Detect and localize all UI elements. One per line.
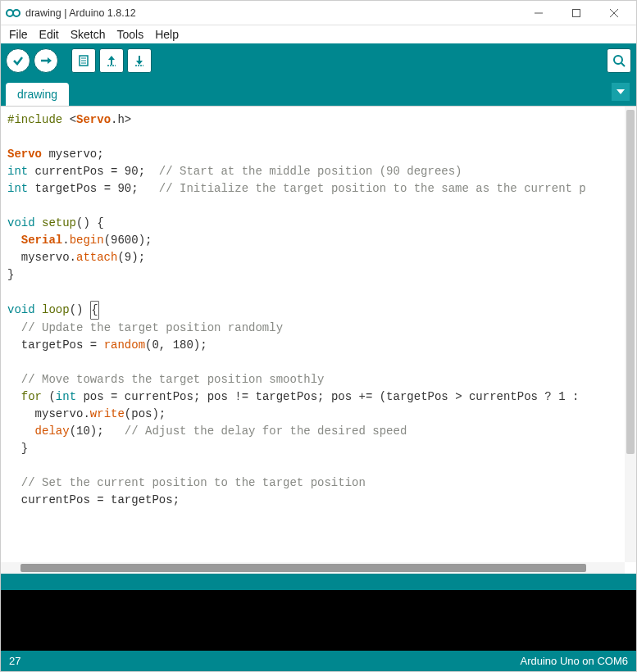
menu-bar: File Edit Sketch Tools Help bbox=[1, 25, 636, 43]
console-output[interactable] bbox=[1, 590, 636, 651]
window-controls bbox=[520, 1, 633, 25]
upload-button[interactable] bbox=[34, 48, 58, 73]
save-button[interactable] bbox=[127, 48, 152, 73]
tab-menu-button[interactable] bbox=[612, 83, 630, 101]
tab-drawing[interactable]: drawing bbox=[6, 83, 69, 106]
vertical-scrollbar[interactable] bbox=[625, 107, 636, 562]
menu-tools[interactable]: Tools bbox=[112, 27, 149, 42]
window-titlebar: drawing | Arduino 1.8.12 bbox=[1, 1, 636, 25]
close-button[interactable] bbox=[595, 1, 633, 25]
message-bar bbox=[1, 574, 636, 590]
svg-marker-13 bbox=[108, 56, 115, 60]
maximize-button[interactable] bbox=[557, 1, 595, 25]
svg-marker-16 bbox=[136, 61, 143, 65]
status-bar: 27 Arduino Uno on COM6 bbox=[1, 651, 636, 671]
tab-strip: drawing bbox=[1, 78, 636, 106]
open-button[interactable] bbox=[99, 48, 124, 73]
verify-button[interactable] bbox=[6, 48, 30, 73]
new-button[interactable] bbox=[71, 48, 96, 73]
serial-monitor-button[interactable] bbox=[607, 48, 631, 73]
code-editor[interactable]: #include <Servo.h> Servo myservo; int cu… bbox=[1, 106, 636, 574]
menu-edit[interactable]: Edit bbox=[34, 27, 64, 42]
svg-marker-20 bbox=[617, 89, 625, 94]
scroll-thumb[interactable] bbox=[20, 564, 586, 572]
menu-help[interactable]: Help bbox=[150, 27, 184, 42]
svg-line-19 bbox=[621, 63, 625, 66]
svg-point-0 bbox=[7, 10, 13, 16]
scroll-thumb[interactable] bbox=[626, 110, 635, 454]
toolbar bbox=[1, 43, 636, 78]
arduino-icon bbox=[6, 6, 20, 20]
svg-marker-7 bbox=[48, 57, 52, 64]
menu-file[interactable]: File bbox=[4, 27, 33, 42]
menu-sketch[interactable]: Sketch bbox=[66, 27, 111, 42]
cursor-line: 27 bbox=[9, 655, 20, 667]
horizontal-scrollbar[interactable] bbox=[1, 562, 625, 574]
minimize-button[interactable] bbox=[520, 1, 557, 25]
svg-point-18 bbox=[614, 56, 622, 64]
window-title: drawing | Arduino 1.8.12 bbox=[25, 7, 520, 19]
svg-rect-3 bbox=[573, 9, 580, 16]
svg-point-1 bbox=[13, 10, 20, 16]
board-port: Arduino Uno on COM6 bbox=[520, 655, 628, 667]
